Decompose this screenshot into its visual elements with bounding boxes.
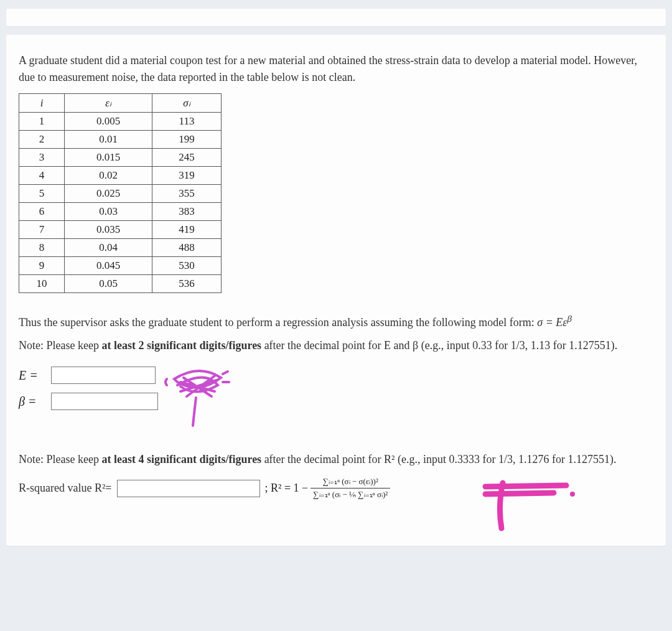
cell-sigma: 113 bbox=[152, 113, 222, 131]
cell-i: 9 bbox=[19, 257, 65, 275]
col-header-i: i bbox=[19, 94, 65, 113]
data-table: i εᵢ σᵢ 10.00511320.0119930.01524540.023… bbox=[19, 93, 222, 293]
intro-text: A graduate student did a material coupon… bbox=[19, 52, 653, 86]
annotation-scribble-icon bbox=[162, 360, 236, 429]
label-beta: β = bbox=[19, 395, 45, 409]
note-1: Note: Please keep at least 2 significant… bbox=[19, 337, 653, 354]
label-E: E = bbox=[19, 368, 45, 383]
header-spacer bbox=[6, 9, 666, 26]
cell-eps: 0.03 bbox=[65, 203, 152, 221]
cell-sigma: 383 bbox=[152, 203, 222, 221]
cell-i: 1 bbox=[19, 113, 65, 131]
table-row: 20.01199 bbox=[19, 131, 222, 149]
table-row: 80.04488 bbox=[19, 239, 222, 257]
annotation-mark-icon bbox=[479, 475, 585, 531]
cell-eps: 0.045 bbox=[65, 257, 152, 275]
table-row: 70.035419 bbox=[19, 221, 222, 239]
table-row: 100.05536 bbox=[19, 275, 222, 293]
cell-i: 2 bbox=[19, 131, 65, 149]
cell-i: 4 bbox=[19, 167, 65, 185]
cell-sigma: 199 bbox=[152, 131, 222, 149]
table-row: 90.045530 bbox=[19, 257, 222, 275]
rsq-formula: ; R² = 1 − ∑ᵢ₌₁ⁿ (σᵢ − σ(εᵢ))² ∑ᵢ₌₁ⁿ (σᵢ… bbox=[265, 477, 391, 500]
input-E[interactable] bbox=[51, 367, 156, 384]
question-card: A graduate student did a material coupon… bbox=[6, 35, 666, 546]
input-beta[interactable] bbox=[51, 393, 158, 410]
cell-eps: 0.02 bbox=[65, 167, 152, 185]
cell-eps: 0.025 bbox=[65, 185, 152, 203]
cell-sigma: 245 bbox=[152, 149, 222, 167]
cell-sigma: 536 bbox=[152, 275, 222, 293]
model-prompt: Thus the supervisor asks the graduate st… bbox=[19, 312, 653, 331]
input-Rsq[interactable] bbox=[117, 480, 260, 497]
cell-sigma: 530 bbox=[152, 257, 222, 275]
cell-sigma: 419 bbox=[152, 221, 222, 239]
cell-i: 8 bbox=[19, 239, 65, 257]
cell-sigma: 319 bbox=[152, 167, 222, 185]
table-row: 50.025355 bbox=[19, 185, 222, 203]
col-header-eps: εᵢ bbox=[65, 94, 152, 113]
table-row: 40.02319 bbox=[19, 167, 222, 185]
cell-eps: 0.04 bbox=[65, 239, 152, 257]
table-row: 60.03383 bbox=[19, 203, 222, 221]
cell-i: 6 bbox=[19, 203, 65, 221]
col-header-sigma: σᵢ bbox=[152, 94, 222, 113]
label-Rsq: R-squared value R²= bbox=[19, 482, 112, 495]
cell-i: 7 bbox=[19, 221, 65, 239]
svg-point-0 bbox=[570, 492, 575, 497]
cell-eps: 0.005 bbox=[65, 113, 152, 131]
cell-i: 5 bbox=[19, 185, 65, 203]
cell-i: 10 bbox=[19, 275, 65, 293]
table-row: 10.005113 bbox=[19, 113, 222, 131]
cell-eps: 0.01 bbox=[65, 131, 152, 149]
cell-eps: 0.05 bbox=[65, 275, 152, 293]
note-2: Note: Please keep at least 4 significant… bbox=[19, 451, 653, 468]
cell-eps: 0.035 bbox=[65, 221, 152, 239]
cell-sigma: 488 bbox=[152, 239, 222, 257]
table-row: 30.015245 bbox=[19, 149, 222, 167]
cell-sigma: 355 bbox=[152, 185, 222, 203]
cell-eps: 0.015 bbox=[65, 149, 152, 167]
cell-i: 3 bbox=[19, 149, 65, 167]
